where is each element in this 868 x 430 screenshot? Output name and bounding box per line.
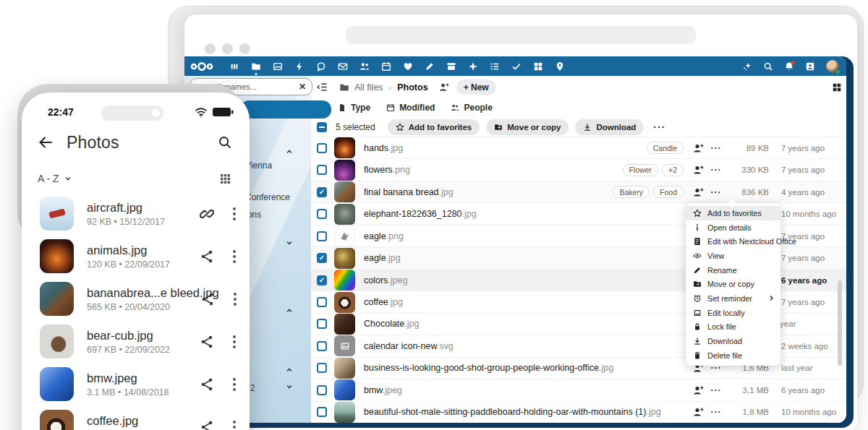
share-add-person-icon[interactable] bbox=[692, 164, 704, 176]
new-button[interactable]: + New bbox=[456, 79, 496, 95]
tag-chip[interactable]: Candle bbox=[647, 142, 684, 154]
row-checkbox[interactable] bbox=[317, 385, 327, 395]
contacts-menu-icon[interactable] bbox=[805, 61, 815, 72]
menu-item-open-details[interactable]: Open details bbox=[686, 220, 780, 235]
menu-item-edit-locally[interactable]: Edit locally bbox=[686, 306, 780, 320]
tables-icon[interactable] bbox=[533, 61, 543, 72]
clear-filter-icon[interactable]: ✕ bbox=[299, 82, 306, 92]
phone-file-row-animals[interactable]: animals.jpg120 KB • 22/09/2017 bbox=[22, 235, 250, 278]
activity-icon[interactable] bbox=[294, 61, 305, 72]
nextcloud-logo[interactable] bbox=[190, 61, 213, 72]
share-add-person-icon[interactable] bbox=[438, 82, 449, 93]
avatar[interactable] bbox=[826, 60, 839, 73]
more-options-kebab-icon[interactable] bbox=[233, 250, 237, 263]
chevron-down-icon[interactable] bbox=[286, 239, 293, 246]
share-icon[interactable] bbox=[200, 420, 214, 430]
move-or-copy-button[interactable]: Move or copy bbox=[486, 119, 569, 135]
tag-chip[interactable]: Bakery bbox=[613, 186, 650, 198]
phone-file-row-aircraft[interactable]: aircraft.jpg92 KB • 15/12/2017 bbox=[22, 192, 250, 235]
tag-chip[interactable]: Food bbox=[653, 186, 684, 198]
row-checkbox[interactable] bbox=[317, 209, 327, 219]
grid-view-toggle-icon[interactable] bbox=[832, 82, 842, 93]
list-scrollbar[interactable] bbox=[838, 280, 842, 366]
row-checkbox[interactable] bbox=[317, 143, 327, 153]
row-checkbox[interactable] bbox=[317, 297, 327, 307]
menu-item-view[interactable]: View bbox=[686, 249, 780, 263]
selection-more-actions[interactable]: ··· bbox=[653, 121, 665, 133]
row-actions-menu-icon[interactable]: ··· bbox=[708, 385, 724, 395]
add-to-favorites-button[interactable]: Add to favorites bbox=[388, 119, 480, 135]
download-button[interactable]: Download bbox=[575, 119, 644, 135]
share-icon[interactable] bbox=[200, 292, 215, 306]
row-checkbox[interactable] bbox=[317, 187, 327, 197]
phone-file-row-bear-cub[interactable]: bear-cub.jpg697 KB • 22/09/2022 bbox=[22, 320, 250, 363]
window-control-dot[interactable] bbox=[205, 43, 216, 54]
link-icon[interactable] bbox=[200, 207, 214, 221]
share-add-person-icon[interactable] bbox=[692, 142, 704, 154]
menu-item-edit-with-office[interactable]: Edit with Nextcloud Office bbox=[686, 234, 780, 249]
recommendations-icon[interactable] bbox=[468, 61, 478, 72]
tag-chip[interactable]: Flower bbox=[623, 164, 659, 176]
browser-url-bar[interactable] bbox=[346, 26, 696, 44]
filter-modified-chip[interactable]: Modified bbox=[386, 103, 435, 113]
sidebar-toggle-icon[interactable] bbox=[317, 82, 328, 93]
sort-dropdown[interactable]: A - Z bbox=[38, 173, 72, 184]
chevron-down-icon[interactable] bbox=[286, 383, 293, 390]
row-checkbox[interactable] bbox=[317, 165, 327, 175]
file-row-hands[interactable]: hands.jpg Candle ··· 89 KB 7 years ago bbox=[311, 137, 846, 158]
phone-file-row-coffee[interactable]: coffee.jpg364 KB • 15/12/2017 bbox=[22, 405, 250, 430]
contacts-icon[interactable] bbox=[359, 61, 370, 72]
select-all-checkbox[interactable] bbox=[317, 122, 327, 132]
menu-item-download[interactable]: Download bbox=[686, 334, 780, 348]
checks-icon[interactable] bbox=[511, 61, 522, 72]
talk-icon[interactable] bbox=[316, 61, 326, 72]
more-options-kebab-icon[interactable] bbox=[234, 293, 237, 306]
share-add-person-icon[interactable] bbox=[692, 406, 704, 418]
phone-file-row-bananabread[interactable]: bananabrea...e bleed.jpg565 KB • 20/04/2… bbox=[22, 278, 250, 320]
health-icon[interactable] bbox=[403, 61, 413, 72]
grid-view-icon[interactable] bbox=[220, 173, 231, 184]
back-arrow-icon[interactable] bbox=[38, 134, 54, 150]
chevron-up-icon[interactable] bbox=[286, 366, 293, 374]
deck-icon[interactable] bbox=[446, 61, 456, 72]
file-row-final-banana-bread[interactable]: final banana bread.jpg Bakery Food ··· 8… bbox=[311, 181, 846, 202]
phone-file-row-bmw[interactable]: bmw.jpeg3.1 MB • 14/08/2018 bbox=[22, 363, 250, 405]
files-icon[interactable] bbox=[251, 61, 261, 72]
menu-item-rename[interactable]: Rename bbox=[686, 263, 780, 278]
row-actions-menu-icon[interactable]: ··· bbox=[708, 143, 724, 153]
more-options-kebab-icon[interactable] bbox=[233, 207, 237, 220]
menu-item-delete-file[interactable]: Delete file bbox=[686, 348, 780, 363]
row-checkbox[interactable] bbox=[317, 363, 327, 373]
row-checkbox[interactable] bbox=[317, 341, 327, 351]
search-icon[interactable] bbox=[218, 135, 232, 150]
share-icon[interactable] bbox=[200, 249, 214, 264]
file-row-flowers[interactable]: flowers.png Flower +2 ··· 330 KB 7 years… bbox=[311, 158, 846, 180]
row-actions-menu-icon[interactable]: ··· bbox=[708, 407, 724, 417]
calendar-icon[interactable] bbox=[381, 61, 391, 72]
row-checkbox[interactable] bbox=[317, 319, 327, 329]
mail-icon[interactable] bbox=[338, 61, 348, 72]
menu-item-move-or-copy[interactable]: Move or copy bbox=[686, 277, 780, 291]
chevron-up-icon[interactable] bbox=[286, 307, 293, 314]
more-options-kebab-icon[interactable] bbox=[233, 335, 237, 348]
chevron-up-icon[interactable] bbox=[286, 148, 293, 155]
row-checkbox[interactable] bbox=[317, 275, 327, 285]
breadcrumb-current-folder[interactable]: Photos bbox=[397, 82, 427, 93]
menu-item-set-reminder[interactable]: Set reminder bbox=[686, 291, 780, 306]
more-options-kebab-icon[interactable] bbox=[233, 378, 237, 391]
share-icon[interactable] bbox=[200, 335, 214, 349]
file-row-bmw[interactable]: bmw.jpeg ··· 3,1 MB 6 years ago bbox=[311, 379, 846, 400]
row-actions-menu-icon[interactable]: ··· bbox=[708, 165, 724, 175]
file-row-paddleboard[interactable]: beautiful-shot-male-sitting-paddleboard-… bbox=[311, 401, 846, 423]
tag-chip-more[interactable]: +2 bbox=[662, 164, 684, 176]
row-checkbox[interactable] bbox=[317, 407, 327, 417]
row-checkbox[interactable] bbox=[317, 253, 327, 263]
window-control-dot[interactable] bbox=[239, 43, 250, 54]
menu-item-lock-file[interactable]: Lock file bbox=[686, 320, 780, 335]
filter-people-chip[interactable]: People bbox=[451, 103, 492, 113]
notifications-bell-icon[interactable] bbox=[784, 61, 794, 72]
more-options-kebab-icon[interactable] bbox=[233, 421, 237, 430]
search-icon[interactable] bbox=[763, 61, 773, 72]
share-icon[interactable] bbox=[200, 377, 214, 392]
dashboard-icon[interactable] bbox=[229, 61, 239, 72]
